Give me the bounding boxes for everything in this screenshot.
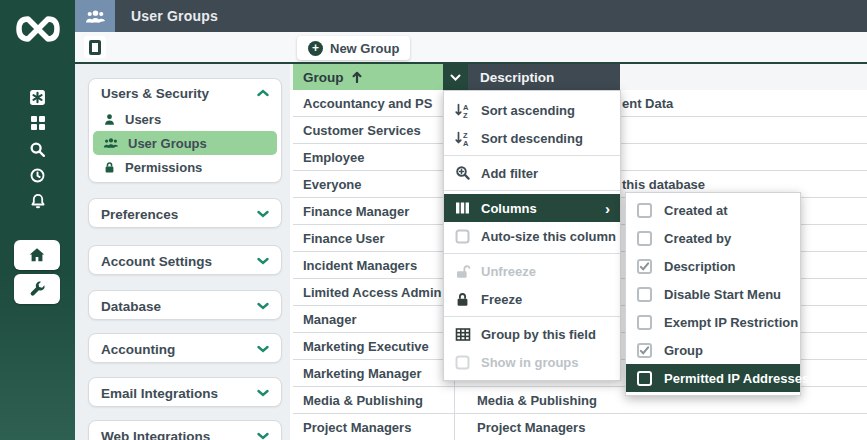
description-cell: Project Managers: [455, 414, 867, 440]
column-context-menu: AZ Sort ascending ZA Sort descending Add…: [443, 90, 621, 381]
sidebar-item-permissions[interactable]: Permissions: [93, 155, 277, 179]
sidebar-item-user-groups[interactable]: User Groups: [93, 131, 277, 155]
menu-item-columns[interactable]: Columns ›: [444, 194, 620, 222]
checkbox-icon[interactable]: [637, 371, 652, 386]
submenu-item-disable-start-menu[interactable]: Disable Start Menu: [626, 280, 800, 308]
menu-item-label: Sort ascending: [481, 103, 575, 118]
menu-item-sort-ascending[interactable]: AZ Sort ascending: [444, 96, 620, 124]
group-cell: Everyone: [293, 171, 455, 198]
modules-icon[interactable]: [29, 88, 47, 106]
svg-text:A: A: [463, 139, 469, 146]
submenu-item-created-at[interactable]: Created at: [626, 196, 800, 224]
nav-section-header-users-security[interactable]: Users & Security: [89, 79, 281, 107]
chevron-down-icon: [257, 210, 269, 218]
menu-item-freeze[interactable]: Freeze: [444, 285, 620, 313]
nav-section-label: Accounting: [101, 342, 175, 357]
chevron-down-icon: [257, 257, 269, 265]
unlock-icon: [454, 263, 471, 279]
checkbox-icon[interactable]: [637, 287, 652, 302]
menu-item-label: Freeze: [481, 292, 522, 307]
chevron-down-icon: [257, 432, 269, 440]
submenu-item-group[interactable]: Group: [626, 336, 800, 364]
group-cell: Accountancy and PS: [293, 90, 455, 117]
user-group-icon: [85, 9, 106, 24]
settings-button[interactable]: [14, 274, 60, 304]
submenu-item-exempt-ip-restriction[interactable]: Exempt IP Restriction: [626, 308, 800, 336]
checkbox-outline-icon: [454, 354, 471, 370]
app-logo[interactable]: [0, 0, 75, 62]
menu-item-label: Auto-size this column: [481, 229, 616, 244]
menu-item-label: Add filter: [481, 166, 538, 181]
nav-section-database[interactable]: Database: [88, 290, 282, 320]
page-icon-tile: [75, 0, 115, 32]
sidebar: [0, 0, 75, 440]
filter-search-icon: [454, 165, 471, 181]
chevron-down-icon: [257, 302, 269, 310]
group-cell: Project Managers: [293, 414, 455, 440]
column-header-group[interactable]: Group: [293, 64, 443, 90]
nav-section-web-integrations[interactable]: Web Integrations: [88, 420, 282, 440]
menu-separator: [444, 155, 620, 156]
group-cell: Marketing Executive: [293, 333, 455, 360]
user-group-icon: [103, 137, 119, 149]
nav-section-label: Users & Security: [101, 86, 209, 101]
menu-item-add-filter[interactable]: Add filter: [444, 159, 620, 187]
menu-item-label: Columns: [481, 201, 537, 216]
settings-nav-panel: Users & Security Users User Groups Permi…: [75, 64, 290, 440]
column-header-description[interactable]: Description: [468, 64, 620, 90]
menu-item-show-in-groups[interactable]: Show in groups: [444, 348, 620, 376]
menu-item-sort-descending[interactable]: ZA Sort descending: [444, 124, 620, 152]
collapse-panel-button[interactable]: [84, 36, 106, 58]
nav-section-preferences[interactable]: Preferences: [88, 198, 282, 228]
wrench-icon: [29, 281, 46, 298]
sidebar-item-users[interactable]: Users: [93, 107, 277, 131]
menu-separator: [444, 316, 620, 317]
menu-separator: [444, 253, 620, 254]
menu-item-auto-size-column[interactable]: Auto-size this column: [444, 222, 620, 250]
column-header-label: Group: [303, 70, 344, 85]
user-icon: [103, 113, 116, 126]
nav-section-account-settings[interactable]: Account Settings: [88, 245, 282, 275]
nav-section-label: Email Integrations: [101, 386, 218, 401]
toolbar: + New Group: [75, 32, 867, 64]
submenu-item-created-by[interactable]: Created by: [626, 224, 800, 252]
columns-submenu: Created at Created by Description Disabl…: [625, 192, 801, 396]
menu-item-group-by-field[interactable]: Group by this field: [444, 320, 620, 348]
group-cell: Finance User: [293, 225, 455, 252]
submenu-item-label: Exempt IP Restriction: [664, 315, 798, 330]
submenu-item-label: Created by: [664, 231, 731, 246]
submenu-item-permitted-ip-addresses[interactable]: Permitted IP Addresses: [626, 364, 800, 392]
column-menu-button[interactable]: [443, 64, 468, 90]
submenu-item-label: Disable Start Menu: [664, 287, 781, 302]
group-cell: Incident Managers: [293, 252, 455, 279]
chevron-up-icon: [257, 89, 269, 97]
nav-section-email-integrations[interactable]: Email Integrations: [88, 377, 282, 407]
menu-item-label: Group by this field: [481, 327, 596, 342]
clock-icon[interactable]: [29, 166, 47, 184]
top-bar: User Groups: [75, 0, 867, 32]
group-cell: Customer Services: [293, 117, 455, 144]
table-row[interactable]: Project ManagersProject Managers: [290, 414, 867, 440]
submenu-item-description[interactable]: Description: [626, 252, 800, 280]
checkbox-icon[interactable]: [637, 343, 652, 358]
lock-icon: [454, 291, 471, 307]
nav-item-label: Permissions: [125, 160, 202, 175]
new-group-button[interactable]: + New Group: [297, 36, 410, 60]
nav-section-accounting[interactable]: Accounting: [88, 333, 282, 363]
menu-item-unfreeze[interactable]: Unfreeze: [444, 257, 620, 285]
home-button[interactable]: [14, 240, 60, 270]
group-cell: Media & Publishing: [293, 387, 455, 414]
nav-section-label: Account Settings: [101, 254, 212, 269]
nav-item-label: Users: [125, 112, 161, 127]
checkbox-icon[interactable]: [637, 259, 652, 274]
group-cell: Finance Manager: [293, 198, 455, 225]
nav-item-label: User Groups: [128, 136, 207, 151]
checkbox-icon[interactable]: [637, 315, 652, 330]
checkbox-icon[interactable]: [637, 231, 652, 246]
submenu-item-label: Group: [664, 343, 703, 358]
grid-icon[interactable]: [29, 114, 47, 132]
lock-icon: [103, 161, 116, 174]
checkbox-icon[interactable]: [637, 203, 652, 218]
bell-icon[interactable]: [29, 192, 47, 210]
search-icon[interactable]: [29, 140, 47, 158]
